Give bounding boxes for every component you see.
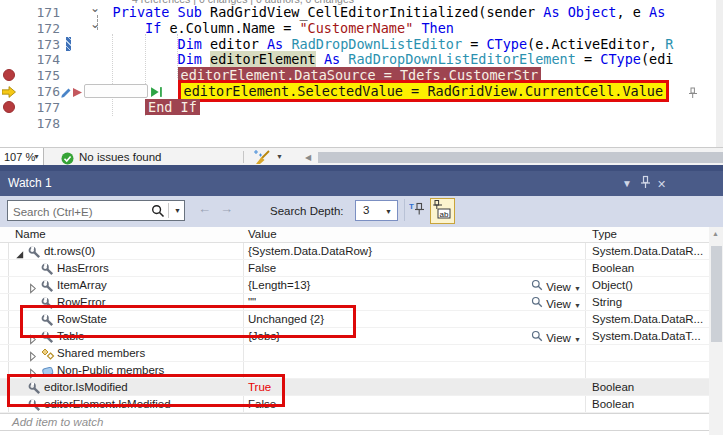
watch-name[interactable]: editor.IsModified (44, 381, 128, 393)
watch-type: String (592, 296, 622, 308)
status-divider (243, 151, 244, 163)
add-item-row[interactable]: Add item to watch (0, 413, 709, 431)
chevron-down-icon[interactable]: ▼ (174, 207, 181, 214)
line-number: 174 (22, 52, 60, 67)
watch-row[interactable]: ItemArray{Length=13} View ▼Object() (0, 277, 709, 294)
search-forward-arrow[interactable]: → (220, 201, 233, 216)
watch-name[interactable]: Shared members (57, 347, 145, 359)
watch-value[interactable]: True (248, 381, 271, 393)
issues-status-text[interactable]: No issues found (79, 151, 161, 163)
search-icon[interactable] (151, 204, 165, 222)
search-box[interactable]: ▼ (7, 200, 185, 221)
code-line[interactable]: 178 (0, 115, 723, 131)
watch-row[interactable]: dt.rows(0){System.Data.DataRow}System.Da… (0, 243, 709, 260)
show-pinned-text-button[interactable]: ab (430, 198, 455, 224)
line-number: 172 (22, 21, 60, 36)
watch-value[interactable]: False (248, 398, 276, 410)
watch-name[interactable]: RowState (57, 313, 107, 325)
watch-row[interactable]: Table{Jobs} View ▼System.Data.DataT... (0, 328, 709, 345)
search-depth-label: Search Depth: (270, 205, 344, 217)
watch-name[interactable]: Table (57, 330, 85, 342)
editor-status-bar: 107 % ▼ No issues found ▼ ◀ (0, 147, 723, 165)
watch-name[interactable]: dt.rows(0) (44, 245, 95, 257)
code-line[interactable]: 172⌄ If e.Column.Name = "CustomerName" T… (0, 20, 723, 36)
code-line[interactable]: 171⌄ Private Sub RadGridView_CellEditorI… (0, 4, 723, 20)
code-text[interactable]: editorElement.SelectedValue = RadGridVie… (80, 83, 669, 99)
chevron-down-icon: ▼ (33, 153, 40, 160)
chevron-down-icon: ▼ (385, 208, 392, 215)
watch-name[interactable]: ItemArray (57, 279, 107, 291)
line-number: 177 (22, 100, 60, 115)
view-visualizer-link[interactable]: View ▼ (531, 330, 581, 344)
watch-value[interactable]: Unchanged {2} (248, 313, 324, 325)
close-icon[interactable]: ✕ (657, 178, 666, 191)
column-header-name[interactable]: Name (15, 228, 46, 240)
breakpoint-icon[interactable] (3, 101, 15, 113)
column-header-value[interactable]: Value (248, 228, 277, 240)
code-text[interactable]: Dim editor As RadDropDownListEditor = CT… (80, 36, 673, 52)
code-editor[interactable]: 4 references | 0 changes | 0 authors, 0 … (0, 0, 723, 147)
watch-row[interactable]: HasErrorsFalseBoolean (0, 260, 709, 277)
watch-row[interactable]: Non-Public members (0, 362, 709, 379)
view-visualizer-link[interactable]: View ▼ (531, 279, 581, 293)
pin-icon[interactable] (640, 175, 651, 191)
watch-type: System.Data.DataR... (592, 313, 703, 325)
line-number: 171 (22, 5, 60, 20)
watch-name[interactable]: Non-Public members (57, 364, 164, 376)
search-depth-value: 3 (363, 204, 369, 216)
code-text[interactable]: End If (80, 99, 200, 115)
watch-row[interactable]: RowError"" View ▼String (0, 294, 709, 311)
watch-row[interactable]: editor.IsModifiedTrueBoolean (0, 379, 709, 396)
svg-text:ab: ab (440, 210, 449, 219)
search-depth-select[interactable]: 3 ▼ (355, 200, 398, 221)
table-header: Name Value Type (0, 227, 723, 243)
search-input[interactable] (11, 202, 155, 221)
column-header-type[interactable]: Type (592, 228, 617, 240)
pin-to-source-icon[interactable]: T (409, 201, 427, 219)
editor-vertical-scrollbar[interactable] (716, 0, 723, 147)
line-number: 178 (22, 116, 60, 131)
change-tracking-bar (66, 37, 71, 51)
watch-row[interactable]: editorElement.IsModifiedFalseBoolean (0, 396, 709, 413)
watch-value[interactable]: False (248, 262, 276, 274)
breakpoint-icon[interactable] (3, 69, 15, 81)
vs-debug-screen: 4 references | 0 changes | 0 authors, 0 … (0, 0, 723, 435)
watch-value[interactable]: "" (248, 296, 256, 308)
window-menu-icon[interactable]: ▼ (622, 178, 632, 189)
search-back-arrow[interactable]: ← (198, 201, 211, 216)
code-line[interactable]: 176 editorElement.SelectedValue = RadGri… (0, 83, 723, 99)
watch-type: System.Data.DataR... (592, 245, 703, 257)
code-line[interactable]: 174 Dim editorElement As RadDropDownList… (0, 51, 723, 67)
watch-vertical-scrollbar[interactable]: ▲ (709, 227, 723, 435)
hscroll-thumb[interactable] (318, 152, 723, 163)
watch-row[interactable]: RowStateUnchanged {2}System.Data.DataR..… (0, 311, 709, 328)
zoom-level: 107 % (4, 151, 35, 163)
watch-value[interactable]: {System.Data.DataRow} (248, 245, 372, 257)
watch-type: Boolean (592, 381, 634, 393)
watch-toolbar: ▼ ← → Search Depth: 3 ▼ T ab (0, 196, 723, 227)
zoom-selector[interactable]: 107 % ▼ (0, 148, 44, 166)
hscroll-left-arrow[interactable]: ◀ (305, 153, 311, 162)
watch-row[interactable]: Shared members (0, 345, 709, 362)
chevron-down-icon[interactable]: ▼ (276, 153, 283, 160)
code-text[interactable]: Private Sub RadGridView_CellEditorInitia… (80, 4, 673, 20)
svg-text:T: T (409, 202, 414, 211)
watch-type: Object() (592, 279, 633, 291)
code-text[interactable]: Dim editorElement As RadDropDownListEdit… (80, 51, 673, 67)
watch-name[interactable]: editorElement.IsModified (44, 398, 171, 410)
watch-type: Boolean (592, 398, 634, 410)
watch-title: Watch 1 (8, 176, 52, 190)
watch-value[interactable]: {Jobs} (248, 330, 280, 342)
vscroll-thumb[interactable] (711, 246, 722, 342)
code-text[interactable]: If e.Column.Name = "CustomerName" Then (80, 20, 454, 36)
watch-titlebar[interactable]: Watch 1 ▼ ✕ (0, 171, 723, 196)
code-line[interactable]: 177 End If (0, 99, 723, 115)
code-line[interactable]: 173 Dim editor As RadDropDownListEditor … (0, 36, 723, 52)
add-item-label: Add item to watch (12, 416, 103, 428)
view-visualizer-link[interactable]: View ▼ (531, 296, 581, 310)
scroll-up-arrow[interactable]: ▲ (712, 230, 719, 237)
watch-name[interactable]: HasErrors (57, 262, 109, 274)
watch-value[interactable]: {Length=13} (248, 279, 310, 291)
line-number: 175 (22, 68, 60, 83)
watch-name[interactable]: RowError (57, 296, 106, 308)
